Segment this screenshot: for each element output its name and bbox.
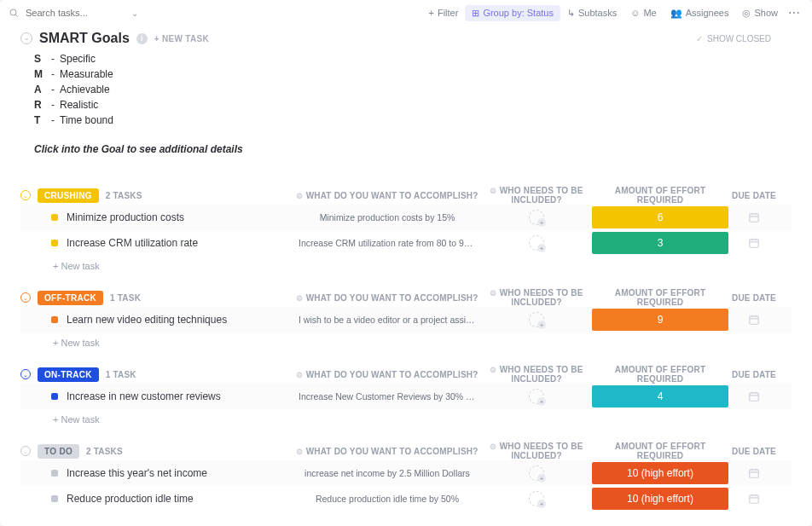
assignee-add-icon[interactable] bbox=[529, 235, 544, 251]
svg-point-0 bbox=[10, 9, 16, 15]
col-effort[interactable]: AMOUNT OF EFFORT REQUIRED bbox=[592, 186, 728, 205]
task-due[interactable] bbox=[728, 467, 780, 479]
instruction-note: Click into the Goal to see additional de… bbox=[0, 135, 812, 169]
task-effort[interactable]: 9 bbox=[592, 309, 728, 331]
status-pill[interactable]: OFF-TRACK bbox=[38, 291, 103, 305]
group-header: ⌄ TO DO 2 TASKS ⚙WHAT DO YOU WANT TO ACC… bbox=[20, 442, 792, 460]
col-accomplish[interactable]: ⚙WHAT DO YOU WANT TO ACCOMPLISH? bbox=[293, 293, 481, 303]
status-pill[interactable]: ON-TRACK bbox=[38, 367, 99, 382]
task-name[interactable]: Minimize production costs bbox=[67, 211, 184, 223]
col-accomplish[interactable]: ⚙WHAT DO YOU WANT TO ACCOMPLISH? bbox=[293, 370, 481, 379]
col-included[interactable]: ⚙WHO NEEDS TO BE INCLUDED? bbox=[481, 288, 592, 307]
status-pill[interactable]: CRUSHING bbox=[38, 188, 99, 203]
task-included[interactable] bbox=[481, 389, 592, 404]
task-name[interactable]: Learn new video editing techniques bbox=[67, 314, 227, 326]
status-pill[interactable]: TO DO bbox=[38, 444, 79, 459]
chevron-down-icon[interactable]: ⌄ bbox=[131, 9, 138, 18]
col-included[interactable]: ⚙WHO NEEDS TO BE INCLUDED? bbox=[481, 442, 592, 460]
task-included[interactable] bbox=[481, 465, 592, 481]
group-collapse-toggle[interactable]: ⌄ bbox=[20, 292, 31, 303]
task-due[interactable] bbox=[728, 211, 780, 223]
col-accomplish[interactable]: ⚙WHAT DO YOU WANT TO ACCOMPLISH? bbox=[293, 447, 481, 456]
status-square-icon[interactable] bbox=[51, 495, 58, 502]
task-due[interactable] bbox=[728, 493, 780, 505]
task-included[interactable] bbox=[481, 210, 592, 225]
col-due[interactable]: DUE DATE bbox=[728, 447, 780, 456]
task-effort[interactable]: 4 bbox=[592, 385, 728, 408]
col-effort[interactable]: AMOUNT OF EFFORT REQUIRED bbox=[592, 288, 728, 307]
task-effort[interactable]: 10 (high effort) bbox=[592, 462, 728, 484]
status-square-icon[interactable] bbox=[51, 316, 58, 323]
assignees-chip[interactable]: 👥Assignees bbox=[664, 5, 736, 21]
col-included[interactable]: ⚙WHO NEEDS TO BE INCLUDED? bbox=[481, 186, 592, 205]
assignee-add-icon[interactable] bbox=[529, 389, 544, 404]
task-due[interactable] bbox=[728, 390, 780, 402]
assignee-add-icon[interactable] bbox=[529, 465, 544, 481]
svg-rect-10 bbox=[750, 316, 759, 324]
col-due[interactable]: DUE DATE bbox=[728, 191, 780, 200]
task-accomplish[interactable]: Reduce production idle time by 50% bbox=[293, 494, 481, 504]
assignee-add-icon[interactable] bbox=[529, 210, 544, 225]
svg-rect-2 bbox=[750, 214, 759, 222]
task-name[interactable]: Increase this year's net income bbox=[67, 467, 207, 479]
new-task-button[interactable]: + NEW TASK bbox=[154, 34, 209, 43]
show-closed-button[interactable]: ✓ SHOW CLOSED bbox=[696, 34, 792, 43]
task-included[interactable] bbox=[481, 312, 592, 327]
add-task-button[interactable]: + New task bbox=[20, 256, 792, 271]
task-due[interactable] bbox=[728, 314, 780, 326]
smart-definition: S-SpecificM-MeasurableA-AchievableR-Real… bbox=[0, 48, 812, 135]
collapse-toggle[interactable]: ⌄ bbox=[20, 32, 32, 44]
task-row[interactable]: Minimize production costs Minimize produ… bbox=[20, 205, 792, 230]
me-chip[interactable]: ☺Me bbox=[624, 5, 664, 20]
task-accomplish[interactable]: Minimize production costs by 15% bbox=[293, 212, 481, 223]
group-collapse-toggle[interactable]: ⌄ bbox=[20, 446, 31, 456]
group-collapse-toggle[interactable]: ⌄ bbox=[20, 190, 31, 200]
task-accomplish[interactable]: I wish to be a video editor or a project… bbox=[293, 315, 481, 325]
status-square-icon[interactable] bbox=[51, 214, 58, 221]
task-effort[interactable]: 3 bbox=[592, 232, 728, 254]
show-chip[interactable]: ◎Show bbox=[735, 5, 785, 21]
task-row[interactable]: Increase in new customer reviews Increas… bbox=[20, 384, 792, 409]
smart-word: Time bound bbox=[60, 113, 113, 128]
info-icon[interactable]: i bbox=[136, 33, 148, 44]
status-square-icon[interactable] bbox=[51, 240, 58, 246]
search-icon bbox=[9, 8, 19, 18]
col-effort[interactable]: AMOUNT OF EFFORT REQUIRED bbox=[592, 442, 728, 460]
add-task-button[interactable]: + New task bbox=[20, 409, 792, 425]
subtasks-chip[interactable]: ↳Subtasks bbox=[560, 5, 624, 21]
task-name[interactable]: Increase CRM utilization rate bbox=[67, 237, 198, 249]
col-included[interactable]: ⚙WHO NEEDS TO BE INCLUDED? bbox=[481, 365, 592, 384]
group-collapse-toggle[interactable]: ⌄ bbox=[20, 369, 31, 379]
col-effort[interactable]: AMOUNT OF EFFORT REQUIRED bbox=[592, 365, 728, 384]
task-name[interactable]: Reduce production idle time bbox=[67, 493, 194, 505]
add-task-button[interactable]: + New task bbox=[20, 332, 792, 348]
task-row[interactable]: Increase this year's net income increase… bbox=[20, 460, 792, 486]
task-effort[interactable]: 10 (high effort) bbox=[592, 488, 728, 510]
assignee-add-icon[interactable] bbox=[529, 312, 544, 327]
task-effort[interactable]: 6 bbox=[592, 206, 728, 228]
task-name[interactable]: Increase in new customer reviews bbox=[67, 390, 221, 402]
task-accomplish[interactable]: increase net income by 2.5 Million Dolla… bbox=[293, 468, 481, 478]
search-input[interactable] bbox=[24, 7, 126, 19]
task-accomplish[interactable]: Increase CRM utilization rate from 80 to… bbox=[293, 238, 481, 248]
col-due[interactable]: DUE DATE bbox=[728, 370, 780, 379]
col-due[interactable]: DUE DATE bbox=[728, 293, 780, 303]
task-row[interactable]: Reduce production idle time Reduce produ… bbox=[20, 486, 792, 512]
assignee-add-icon[interactable] bbox=[529, 491, 544, 506]
task-row[interactable]: Learn new video editing techniques I wis… bbox=[20, 307, 792, 332]
task-due[interactable] bbox=[728, 237, 780, 249]
smart-letter: A bbox=[34, 82, 46, 97]
task-included[interactable] bbox=[481, 235, 592, 251]
search-wrap[interactable]: ⌄ bbox=[9, 7, 196, 19]
more-menu[interactable]: ⋯ bbox=[785, 6, 803, 20]
smart-letter: T bbox=[34, 113, 46, 128]
task-included[interactable] bbox=[481, 491, 592, 506]
groupby-chip[interactable]: ⊞Group by: Status bbox=[465, 5, 560, 21]
status-square-icon[interactable] bbox=[51, 393, 58, 400]
eye-icon: ◎ bbox=[742, 8, 751, 19]
task-accomplish[interactable]: Increase New Customer Reviews by 30% Yea… bbox=[293, 391, 481, 402]
status-square-icon[interactable] bbox=[51, 470, 58, 477]
filter-chip[interactable]: +Filter bbox=[422, 5, 466, 20]
task-row[interactable]: Increase CRM utilization rate Increase C… bbox=[20, 230, 792, 256]
col-accomplish[interactable]: ⚙WHAT DO YOU WANT TO ACCOMPLISH? bbox=[293, 191, 481, 200]
